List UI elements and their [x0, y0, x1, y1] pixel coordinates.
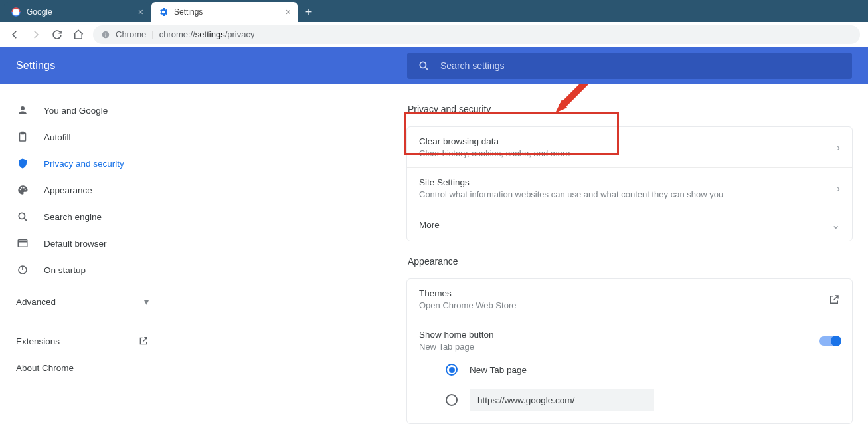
- palette-icon: [16, 183, 29, 197]
- row-sub: Control what information websites can us…: [419, 189, 837, 199]
- row-show-home-button: Show home button New Tab page: [407, 320, 852, 357]
- svg-point-12: [19, 213, 25, 219]
- reload-button[interactable]: [50, 28, 64, 41]
- url-text: chrome://settings/privacy: [159, 29, 255, 39]
- sidebar-item-label: Appearance: [44, 185, 92, 195]
- browser-icon: [16, 237, 29, 250]
- google-favicon-icon: [11, 7, 21, 17]
- row-sub: Clear history, cookies, cache, and more: [419, 148, 837, 158]
- browser-toolbar: Chrome | chrome://settings/privacy: [0, 22, 868, 47]
- row-title: Site Settings: [419, 177, 837, 187]
- svg-point-4: [420, 62, 426, 68]
- row-title: More: [419, 220, 831, 230]
- url-prefix: Chrome: [116, 29, 146, 39]
- radio-label: New Tab page: [470, 365, 527, 375]
- row-sub: New Tab page: [419, 342, 819, 352]
- privacy-card: Clear browsing data Clear history, cooki…: [406, 126, 853, 241]
- sidebar-item-on-startup[interactable]: On startup: [0, 257, 165, 283]
- new-tab-button[interactable]: +: [299, 2, 319, 22]
- svg-point-9: [21, 187, 23, 189]
- svg-rect-3: [105, 34, 106, 37]
- tab-close-icon[interactable]: ×: [138, 7, 143, 17]
- sidebar-item-label: You and Google: [44, 106, 108, 116]
- chevron-down-icon: ▾: [144, 296, 149, 307]
- row-site-settings[interactable]: Site Settings Control what information w…: [407, 168, 852, 209]
- svg-point-8: [20, 189, 21, 190]
- row-title: Themes: [419, 288, 828, 298]
- sidebar-item-autofill[interactable]: Autofill: [0, 124, 165, 150]
- sidebar: You and Google Autofill Privacy and secu…: [0, 84, 165, 434]
- svg-rect-13: [18, 240, 27, 247]
- open-in-new-icon: [828, 294, 840, 306]
- shield-icon: [16, 157, 29, 170]
- main-content: Privacy and security Clear browsing data…: [165, 84, 868, 434]
- appearance-card: Themes Open Chrome Web Store Show home b…: [406, 278, 853, 424]
- open-in-new-icon: [138, 336, 149, 346]
- search-icon: [16, 210, 29, 223]
- tab-title: Google: [27, 7, 52, 17]
- radio-newtab[interactable]: [446, 364, 458, 376]
- sidebar-item-appearance[interactable]: Appearance: [0, 177, 165, 203]
- radio-row-custom-url[interactable]: [407, 382, 852, 423]
- search-icon: [418, 60, 430, 72]
- person-icon: [16, 104, 29, 117]
- sidebar-item-label: Default browser: [44, 239, 107, 249]
- sidebar-item-label: Search engine: [44, 212, 102, 222]
- svg-point-2: [105, 32, 106, 33]
- chevron-down-icon: ⌄: [831, 219, 840, 231]
- search-settings[interactable]: [407, 53, 852, 79]
- forward-button[interactable]: [29, 28, 43, 41]
- site-info-icon[interactable]: [101, 30, 110, 39]
- sidebar-item-you-and-google[interactable]: You and Google: [0, 97, 165, 124]
- sidebar-item-label: On startup: [44, 265, 86, 275]
- extensions-label: Extensions: [16, 336, 60, 346]
- tab-settings[interactable]: Settings ×: [151, 2, 298, 22]
- svg-point-11: [25, 189, 26, 190]
- sidebar-item-search-engine[interactable]: Search engine: [0, 203, 165, 230]
- row-clear-browsing-data[interactable]: Clear browsing data Clear history, cooki…: [407, 127, 852, 168]
- sidebar-item-label: Privacy and security: [44, 159, 124, 169]
- tab-close-icon[interactable]: ×: [286, 7, 291, 17]
- settings-header: Settings: [0, 47, 868, 84]
- sidebar-about[interactable]: About Chrome: [0, 354, 165, 381]
- clipboard-icon: [16, 130, 29, 144]
- tab-title: Settings: [174, 7, 203, 17]
- home-url-input[interactable]: [470, 389, 654, 411]
- radio-custom-url[interactable]: [446, 394, 458, 406]
- sidebar-extensions[interactable]: Extensions: [0, 328, 165, 354]
- home-button-toggle[interactable]: [819, 336, 840, 346]
- tab-google[interactable]: Google ×: [4, 2, 150, 22]
- row-sub: Open Chrome Web Store: [419, 300, 828, 310]
- row-title: Clear browsing data: [419, 136, 837, 146]
- sidebar-advanced[interactable]: Advanced ▾: [0, 287, 165, 316]
- search-input[interactable]: [440, 60, 841, 71]
- svg-rect-7: [21, 132, 25, 134]
- back-button[interactable]: [8, 28, 21, 41]
- section-title-appearance: Appearance: [408, 256, 853, 267]
- chevron-right-icon: ›: [837, 142, 840, 154]
- sidebar-item-label: Autofill: [44, 132, 71, 142]
- advanced-label: Advanced: [16, 297, 56, 307]
- tab-strip: Google × Settings × +: [0, 0, 868, 22]
- section-title-privacy: Privacy and security: [408, 104, 853, 114]
- row-more[interactable]: More ⌄: [407, 209, 852, 241]
- radio-row-newtab[interactable]: New Tab page: [407, 357, 852, 382]
- sidebar-item-privacy[interactable]: Privacy and security: [0, 150, 165, 177]
- power-icon: [16, 263, 29, 276]
- gear-icon: [158, 7, 169, 17]
- row-title: Show home button: [419, 330, 819, 340]
- chevron-right-icon: ›: [837, 183, 840, 195]
- svg-point-5: [21, 106, 25, 110]
- address-bar[interactable]: Chrome | chrome://settings/privacy: [93, 25, 860, 44]
- about-label: About Chrome: [16, 363, 74, 373]
- sidebar-item-default-browser[interactable]: Default browser: [0, 230, 165, 257]
- row-themes[interactable]: Themes Open Chrome Web Store: [407, 279, 852, 320]
- page-title: Settings: [16, 60, 55, 72]
- home-button[interactable]: [72, 28, 85, 41]
- svg-point-10: [23, 187, 25, 189]
